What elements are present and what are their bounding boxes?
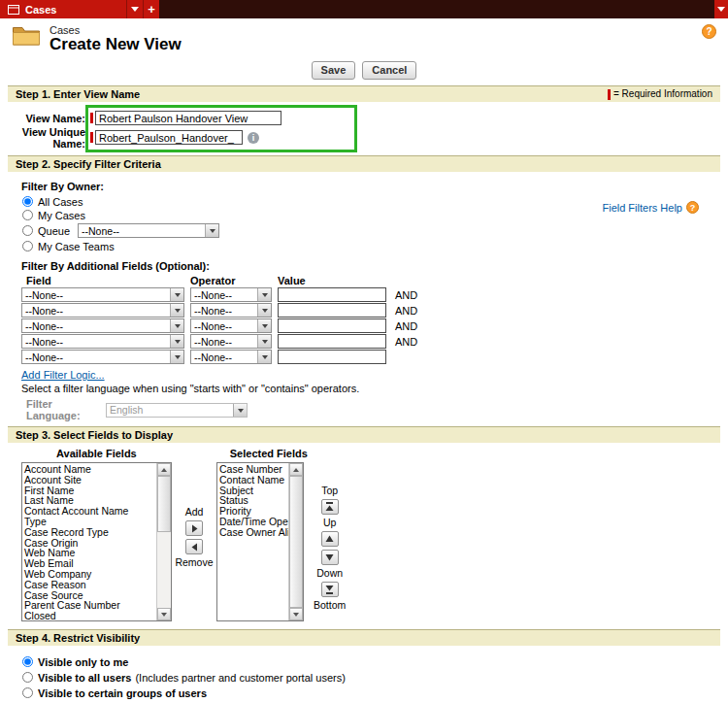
tab-bar: Cases + (0, 0, 728, 18)
folder-icon (12, 24, 41, 47)
add-filter-logic-row: Add Filter Logic... (21, 369, 720, 381)
list-item[interactable]: Closed (24, 611, 156, 620)
selected-fields-list: Case NumberContact NameSubjectStatusPrio… (217, 463, 288, 620)
operator-column-header: Operator (190, 275, 278, 286)
owner-radio-my-cases[interactable] (22, 210, 33, 220)
top-label: Top (321, 485, 338, 496)
step3-title: Step 3. Select Fields to Display (16, 429, 173, 441)
value-column-header: Value (278, 275, 386, 286)
filter-operator-select[interactable]: --None-- (190, 334, 272, 349)
cases-tab-label: Cases (25, 4, 56, 16)
field-picker: Account NameAccount SiteFirst NameLast N… (21, 462, 720, 621)
filter-field-select[interactable]: --None-- (21, 287, 184, 302)
scroll-down-icon[interactable] (157, 608, 171, 620)
arrow-to-top-icon (325, 502, 334, 512)
filter-value-input[interactable] (278, 334, 386, 349)
cases-tab[interactable]: Cases (0, 0, 126, 18)
filter-operator-select[interactable]: --None-- (190, 287, 272, 302)
view-name-row: View Name: (8, 109, 720, 127)
scroll-up-icon[interactable] (289, 463, 303, 476)
chevron-down-icon (257, 351, 271, 363)
owner-option-queue: Queue --None-- (21, 222, 720, 239)
page-header: Cases Create New View ? (0, 18, 728, 57)
page-help-icon[interactable]: ? (702, 24, 716, 39)
filter-value-input[interactable] (278, 303, 386, 318)
view-name-input[interactable] (95, 111, 281, 125)
available-scrollbar[interactable] (156, 463, 171, 620)
filter-field-select[interactable]: --None-- (21, 318, 184, 333)
step1-body: View Name: View Unique Name: i (8, 102, 720, 155)
visibility-radio-groups[interactable] (22, 687, 33, 698)
and-label: AND (395, 320, 417, 332)
chevron-down-icon (170, 319, 183, 332)
chevron-down-icon (233, 404, 247, 417)
help-icon[interactable]: ? (686, 201, 699, 214)
visibility-radio-all-users[interactable] (22, 672, 33, 683)
remove-button[interactable] (185, 539, 203, 554)
visibility-option-suffix: (Includes partner and customer portal us… (135, 672, 345, 684)
visibility-option-label: Visible to all users (38, 672, 131, 684)
list-item[interactable]: Case Owner Alias (219, 527, 288, 538)
and-label: AND (395, 305, 417, 317)
filter-operator-select[interactable]: --None-- (190, 318, 272, 333)
step1-header: Step 1. Enter View Name = Required Infor… (8, 85, 720, 102)
filter-value-input[interactable] (278, 350, 386, 364)
list-item[interactable]: Contact Name (219, 475, 288, 485)
selected-scrollbar[interactable] (288, 463, 303, 620)
scrollbar-thumb[interactable] (289, 476, 303, 608)
info-icon[interactable]: i (248, 132, 259, 144)
move-top-button[interactable] (321, 499, 339, 515)
filter-value-input[interactable] (278, 318, 386, 333)
move-up-button[interactable] (321, 531, 339, 547)
view-unique-name-row: View Unique Name: i (8, 128, 720, 147)
owner-radio-my-case-teams[interactable] (22, 241, 33, 251)
queue-select[interactable]: --None-- (78, 223, 219, 238)
scrollbar-thumb[interactable] (157, 476, 171, 532)
cancel-button[interactable]: Cancel (362, 61, 416, 80)
required-bar-icon (90, 113, 93, 123)
owner-radio-all-cases[interactable] (22, 196, 33, 207)
visibility-option-groups: Visible to certain groups of users (21, 686, 720, 700)
filter-field-select[interactable]: --None-- (21, 334, 184, 349)
field-filters-help-link[interactable]: Field Filters Help (602, 202, 682, 214)
filter-field-select[interactable]: --None-- (21, 303, 184, 318)
add-label: Add (185, 507, 204, 518)
available-fields-listbox[interactable]: Account NameAccount SiteFirst NameLast N… (21, 462, 172, 621)
filter-operator-select[interactable]: --None-- (190, 303, 272, 318)
list-item[interactable]: Account Site (24, 475, 156, 485)
owner-option-my-case-teams: My Case Teams (21, 240, 720, 252)
selected-fields-label: Selected Fields (230, 448, 308, 460)
arrow-up-icon (325, 535, 334, 543)
visibility-radio-me[interactable] (22, 656, 33, 667)
arrow-down-icon (325, 553, 334, 561)
step3-body: Available Fields Selected Fields Account… (8, 443, 720, 629)
add-button[interactable] (185, 520, 203, 536)
step3-header: Step 3. Select Fields to Display (8, 426, 720, 443)
tab-bar-menu-button[interactable] (714, 0, 728, 18)
list-item[interactable]: Case Reason (24, 580, 156, 590)
field-list-labels: Available Fields Selected Fields (21, 448, 720, 460)
add-filter-logic-link[interactable]: Add Filter Logic... (21, 369, 105, 381)
filter-operator-select[interactable]: --None-- (190, 350, 272, 364)
view-unique-name-input[interactable] (95, 130, 243, 145)
tab-dropdown-button[interactable] (126, 0, 143, 18)
filter-column-headers: Field Operator Value (21, 275, 720, 286)
owner-radio-queue[interactable] (22, 225, 33, 236)
filter-language-label: Filter Language: (26, 398, 106, 421)
selected-fields-listbox[interactable]: Case NumberContact NameSubjectStatusPrio… (216, 462, 304, 621)
scroll-down-icon[interactable] (289, 608, 303, 620)
filter-row: --None-- --None-- (21, 350, 720, 364)
move-down-button[interactable] (321, 550, 339, 565)
bottom-label: Bottom (314, 600, 346, 611)
filter-value-input[interactable] (278, 287, 386, 302)
move-bottom-button[interactable] (321, 582, 339, 597)
chevron-down-icon (170, 288, 183, 301)
save-button[interactable]: Save (312, 61, 356, 80)
field-column-header: Field (21, 275, 190, 286)
scroll-up-icon[interactable] (157, 463, 171, 476)
filter-field-select[interactable]: --None-- (21, 350, 184, 364)
filter-language-select: English (106, 403, 248, 418)
owner-option-label: My Case Teams (38, 241, 115, 252)
new-tab-button[interactable]: + (143, 0, 159, 18)
list-item[interactable]: Case Record Type (24, 527, 156, 538)
